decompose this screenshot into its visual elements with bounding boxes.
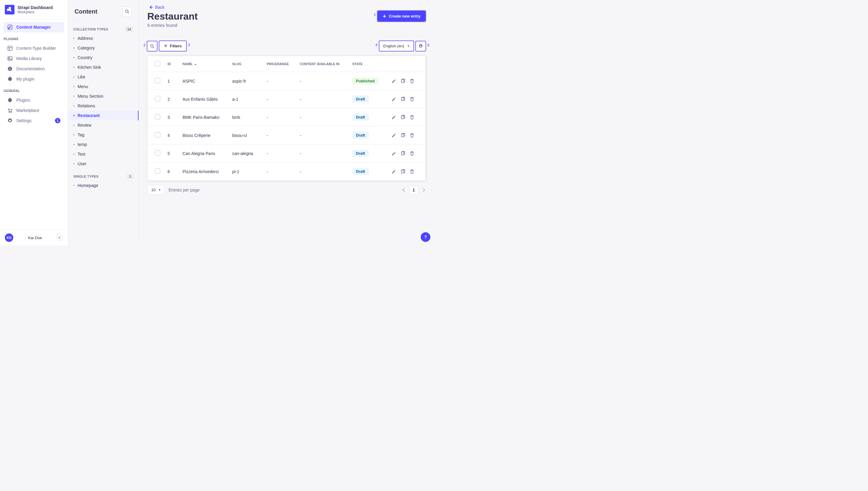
edit-button[interactable] xyxy=(391,151,396,156)
collection-type-item[interactable]: Review xyxy=(68,120,139,130)
nav-plugins[interactable]: Plugins xyxy=(4,95,64,105)
delete-button[interactable] xyxy=(410,133,414,138)
highlight-number: 3 xyxy=(188,43,190,47)
table-row[interactable]: 4Bisou Crêperiebisou-cr--Draft xyxy=(147,126,425,144)
nav-content-type-builder[interactable]: Content-Type Builder xyxy=(4,43,64,53)
col-content-avail[interactable]: CONTENT AVAILABLE IN xyxy=(297,56,349,72)
duplicate-button[interactable] xyxy=(400,115,405,120)
row-checkbox[interactable] xyxy=(155,114,160,119)
row-checkbox[interactable] xyxy=(155,168,160,174)
collection-label: Test xyxy=(78,152,85,156)
duplicate-button[interactable] xyxy=(400,97,405,102)
row-checkbox[interactable] xyxy=(155,96,160,102)
state-badge: Published xyxy=(352,78,378,84)
per-page-value: 10 xyxy=(151,187,156,192)
view-settings-button[interactable] xyxy=(416,41,425,51)
collection-type-item[interactable]: Category xyxy=(68,43,139,53)
nav-documentation[interactable]: Documentation xyxy=(4,64,64,74)
single-type-item[interactable]: Homepage xyxy=(68,181,139,190)
collection-type-item[interactable]: Like xyxy=(68,72,139,82)
collections-list: AddressCategoryCountryKitchen SinkLikeMe… xyxy=(68,33,139,169)
edit-button[interactable] xyxy=(391,133,396,138)
current-page[interactable]: 1 xyxy=(409,185,418,195)
table-row[interactable]: 5Can Alegria Pariscan-alegria--Draft xyxy=(147,144,425,163)
cell-slug: aspic-fr xyxy=(228,72,263,90)
collection-type-item[interactable]: Test xyxy=(68,149,139,159)
svg-rect-26 xyxy=(401,98,404,101)
table-row[interactable]: 1ASPICaspic-fr--Published xyxy=(147,72,425,90)
row-checkbox[interactable] xyxy=(155,132,160,138)
delete-button[interactable] xyxy=(410,115,414,120)
sidebar-secondary: Content COLLECTION TYPES 14 AddressCateg… xyxy=(68,0,139,246)
duplicate-button[interactable] xyxy=(400,169,405,174)
col-pricerange[interactable]: PRICERANGE xyxy=(263,56,297,72)
nav-marketplace[interactable]: Marketplace xyxy=(4,105,64,116)
cell-content-avail: - xyxy=(297,72,349,90)
select-all-checkbox[interactable] xyxy=(155,61,160,66)
delete-button[interactable] xyxy=(410,169,414,174)
cell-content-avail: - xyxy=(297,144,349,163)
svg-rect-29 xyxy=(401,152,404,155)
table-row[interactable]: 2Aux Enfants Gâtésa-1--Draft xyxy=(147,90,425,108)
duplicate-button[interactable] xyxy=(400,151,405,156)
collection-type-item[interactable]: Relations xyxy=(68,101,139,111)
create-entry-button[interactable]: Create new entry xyxy=(377,11,425,21)
svg-rect-0 xyxy=(9,7,11,9)
collection-type-item[interactable]: User xyxy=(68,159,139,169)
filters-button[interactable]: Filters xyxy=(159,41,186,51)
bullet-icon xyxy=(73,57,75,58)
highlight-number: 1 xyxy=(374,13,376,17)
bullet-icon xyxy=(73,185,75,186)
row-checkbox[interactable] xyxy=(155,78,160,83)
col-name[interactable]: NAME xyxy=(179,56,229,72)
collection-type-item[interactable]: Tag xyxy=(68,130,139,140)
collection-type-item[interactable]: Kitchen Sink xyxy=(68,62,139,72)
plus-icon xyxy=(383,15,386,18)
image-icon xyxy=(7,56,13,61)
brand-title: Strapi Dashboard xyxy=(18,5,53,10)
collection-type-item[interactable]: temp xyxy=(68,140,139,149)
nav-my-plugin[interactable]: My plugin xyxy=(4,74,64,84)
cell-content-avail: - xyxy=(297,90,349,108)
table-row[interactable]: 3BMK Paris-Bamakobmk--Draft xyxy=(147,108,425,126)
nav-settings[interactable]: Settings 1 xyxy=(4,116,64,126)
collection-type-item[interactable]: Menu xyxy=(68,82,139,91)
highlight-number: 4 xyxy=(375,43,377,47)
collection-type-item[interactable]: Menu Section xyxy=(68,91,139,101)
delete-button[interactable] xyxy=(410,97,414,102)
delete-button[interactable] xyxy=(410,151,414,156)
collection-label: Kitchen Sink xyxy=(78,65,101,70)
nav-media-library[interactable]: Media Library xyxy=(4,53,64,64)
edit-button[interactable] xyxy=(391,79,396,84)
page-subtitle: 6 entries found xyxy=(147,23,198,28)
per-page-select[interactable]: 10 xyxy=(147,185,165,195)
col-id[interactable]: ID xyxy=(164,56,179,72)
edit-button[interactable] xyxy=(391,169,396,174)
bullet-icon xyxy=(73,96,75,97)
edit-button[interactable] xyxy=(391,115,396,120)
row-checkbox[interactable] xyxy=(155,150,160,155)
col-state[interactable]: STATE xyxy=(348,56,388,72)
back-link[interactable]: Back xyxy=(148,5,425,10)
nav-content-manager[interactable]: Content Manager xyxy=(4,22,64,32)
duplicate-button[interactable] xyxy=(400,133,405,138)
edit-button[interactable] xyxy=(391,97,396,102)
delete-button[interactable] xyxy=(410,79,414,84)
collection-type-item[interactable]: Address xyxy=(68,33,139,43)
avatar[interactable]: KD xyxy=(5,233,13,242)
cell-slug: can-alegria xyxy=(228,144,263,163)
duplicate-button[interactable] xyxy=(400,79,405,84)
help-button[interactable]: ? xyxy=(421,232,430,242)
prev-page-button[interactable] xyxy=(402,188,406,192)
search-entries-button[interactable] xyxy=(147,41,157,51)
search-collections-button[interactable] xyxy=(122,7,132,16)
collapse-sidebar-button[interactable] xyxy=(57,235,63,241)
table-row[interactable]: 6Pizzeria Arrivedercipi-1--Draft xyxy=(147,163,425,181)
chevron-right-icon xyxy=(421,188,425,192)
next-page-button[interactable] xyxy=(421,188,425,192)
col-slug[interactable]: SLUG xyxy=(228,56,263,72)
collection-type-item[interactable]: Country xyxy=(68,53,139,62)
locale-select[interactable]: English (en) xyxy=(380,41,414,51)
gear-icon xyxy=(7,118,13,123)
collection-type-item[interactable]: Restaurant xyxy=(68,111,139,120)
